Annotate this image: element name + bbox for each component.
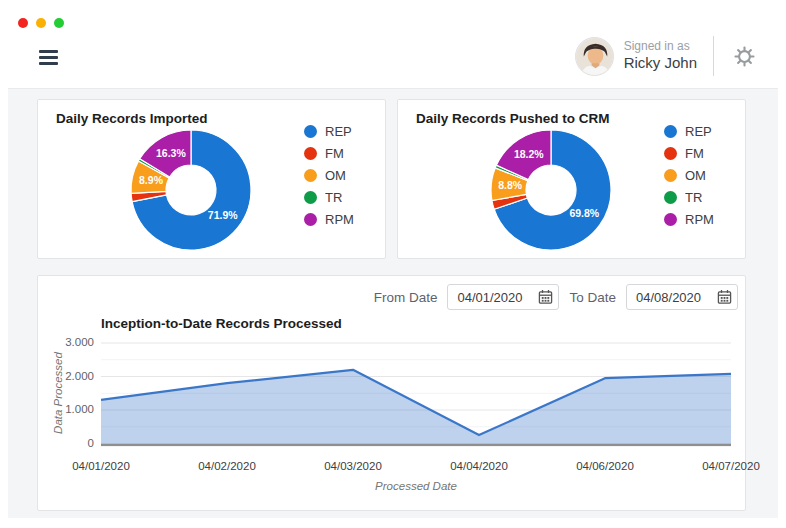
legend-swatch	[304, 191, 317, 204]
dashboard-content: Daily Records Imported 71.9%8.9%16.3% RE…	[8, 88, 778, 518]
x-tick-label: 04/07/2020	[702, 460, 760, 472]
x-axis-title: Processed Date	[375, 480, 457, 492]
app-window: Signed in as Ricky John	[0, 0, 786, 528]
legend-swatch	[304, 169, 317, 182]
x-tick-label: 04/04/2020	[450, 460, 508, 472]
legend-item-FM: FM	[304, 142, 354, 164]
legend-item-TR: TR	[304, 186, 354, 208]
area-chart	[101, 342, 731, 448]
menu-button[interactable]	[39, 50, 58, 65]
legend-label: OM	[685, 168, 706, 183]
legend-item-RPM: RPM	[664, 208, 714, 230]
chart-legend: REPFMOMTRRPM	[664, 120, 714, 230]
menu-bar	[39, 50, 58, 53]
window-controls	[18, 18, 64, 28]
legend-item-RPM: RPM	[304, 208, 354, 230]
minimize-window-button[interactable]	[36, 18, 46, 28]
donut-chart-imported: 71.9%8.9%16.3%	[127, 126, 255, 254]
maximize-window-button[interactable]	[54, 18, 64, 28]
pie-slice-label: 16.3%	[156, 147, 186, 159]
gear-icon	[734, 46, 755, 67]
close-window-button[interactable]	[18, 18, 28, 28]
legend-label: TR	[685, 190, 702, 205]
y-tick-label: 1.000	[48, 403, 94, 415]
x-tick-label: 04/06/2020	[576, 460, 634, 472]
x-tick-label: 04/02/2020	[198, 460, 256, 472]
legend-label: TR	[325, 190, 342, 205]
settings-button[interactable]	[732, 44, 756, 68]
pie-slice-label: 8.9%	[139, 174, 164, 186]
legend-swatch	[664, 169, 677, 182]
y-tick-label: 0	[48, 437, 94, 449]
legend-label: REP	[685, 124, 712, 139]
legend-swatch	[304, 147, 317, 160]
from-date-label: From Date	[374, 290, 438, 305]
legend-swatch	[664, 125, 677, 138]
from-date-field	[447, 284, 559, 310]
x-tick-label: 04/03/2020	[324, 460, 382, 472]
legend-label: OM	[325, 168, 346, 183]
card-daily-records-imported: Daily Records Imported 71.9%8.9%16.3% RE…	[37, 99, 386, 259]
y-axis-title: Data Processed	[52, 352, 64, 434]
legend-swatch	[304, 125, 317, 138]
legend-item-REP: REP	[664, 120, 714, 142]
date-filter-row: From Date To Date	[374, 284, 738, 310]
avatar-image	[576, 38, 614, 76]
card-records-processed: From Date To Date	[37, 275, 746, 511]
legend-item-FM: FM	[664, 142, 714, 164]
card-daily-records-pushed-to-crm: Daily Records Pushed to CRM 69.8%8.8%18.…	[397, 99, 746, 259]
x-tick-label: 04/01/2020	[72, 460, 130, 472]
legend-label: FM	[325, 146, 344, 161]
header-divider	[713, 36, 714, 76]
y-tick-label: 3.000	[48, 336, 94, 348]
legend-swatch	[664, 191, 677, 204]
user-info: Signed in as Ricky John	[624, 39, 697, 73]
calendar-icon[interactable]	[538, 289, 553, 305]
pie-slice-label: 8.8%	[498, 179, 523, 191]
card-title: Daily Records Imported	[56, 111, 208, 126]
to-date-label: To Date	[569, 290, 616, 305]
signed-in-label: Signed in as	[624, 39, 697, 54]
calendar-icon[interactable]	[717, 289, 732, 305]
legend-item-REP: REP	[304, 120, 354, 142]
pie-slice-label: 18.2%	[514, 148, 544, 160]
legend-label: REP	[325, 124, 352, 139]
legend-item-OM: OM	[664, 164, 714, 186]
menu-bar	[39, 62, 58, 65]
avatar[interactable]	[575, 37, 614, 76]
user-name: Ricky John	[624, 54, 697, 73]
legend-swatch	[304, 213, 317, 226]
menu-bar	[39, 56, 58, 59]
chart-legend: REPFMOMTRRPM	[304, 120, 354, 230]
area-series-fill	[101, 370, 731, 444]
legend-item-OM: OM	[304, 164, 354, 186]
legend-label: RPM	[325, 212, 354, 227]
pie-slice-label: 69.8%	[569, 207, 599, 219]
legend-swatch	[664, 147, 677, 160]
y-tick-label: 2.000	[48, 370, 94, 382]
user-menu: Signed in as Ricky John	[575, 36, 756, 76]
legend-label: RPM	[685, 212, 714, 227]
donut-chart-crm: 69.8%8.8%18.2%	[487, 126, 615, 254]
legend-item-TR: TR	[664, 186, 714, 208]
to-date-field	[626, 284, 738, 310]
area-chart-title: Inception-to-Date Records Processed	[101, 316, 342, 331]
legend-swatch	[664, 213, 677, 226]
card-title: Daily Records Pushed to CRM	[416, 111, 610, 126]
legend-label: FM	[685, 146, 704, 161]
pie-slice-label: 71.9%	[208, 209, 238, 221]
